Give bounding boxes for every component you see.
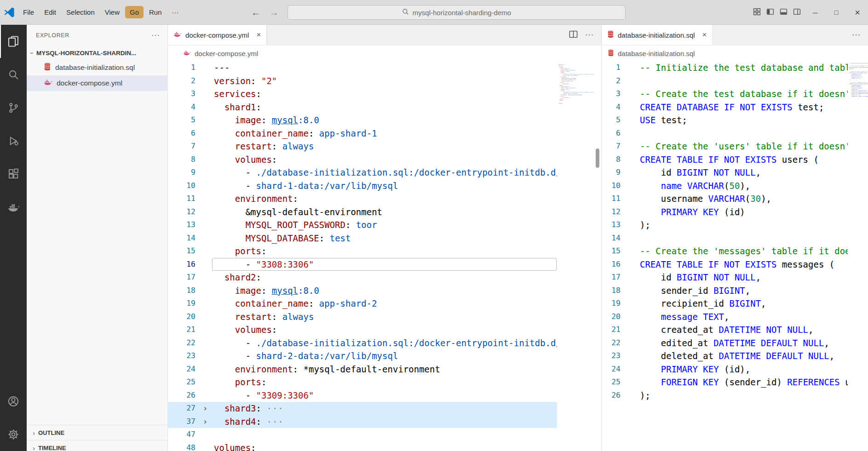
- line-number[interactable]: 3: [602, 87, 629, 101]
- code-line[interactable]: 23 deleted_at DATETIME DEFAULT NULL,: [602, 349, 848, 363]
- menu-go[interactable]: Go: [125, 6, 144, 18]
- tab-docker-compose-yml[interactable]: docker-compose.yml ×: [168, 25, 267, 45]
- tab-database-initialization-sql[interactable]: database-initialization.sql ×: [602, 25, 713, 45]
- line-number[interactable]: 48: [168, 441, 212, 451]
- code-line[interactable]: 2version: "2": [168, 74, 557, 88]
- code-line[interactable]: 1---: [168, 61, 557, 74]
- tab-close-icon[interactable]: ×: [702, 30, 707, 40]
- forward-arrow-icon[interactable]: →: [270, 7, 279, 18]
- code-line[interactable]: 37› shard4: ···: [168, 415, 557, 428]
- command-center-search[interactable]: mysql-horizontal-sharding-demo: [287, 5, 626, 20]
- line-number[interactable]: 15: [602, 245, 629, 258]
- code-line[interactable]: 5USE test;: [602, 114, 848, 127]
- line-number[interactable]: 23: [602, 349, 629, 363]
- accounts-icon[interactable]: [0, 385, 27, 418]
- code-line[interactable]: 7 restart: always: [168, 140, 557, 153]
- line-number[interactable]: 3: [168, 87, 212, 101]
- menu-run[interactable]: Run: [144, 6, 167, 18]
- line-number[interactable]: 20: [602, 310, 629, 324]
- window-close-button[interactable]: ×: [847, 0, 868, 25]
- code-line[interactable]: 21 created_at DATETIME NOT NULL,: [602, 323, 848, 337]
- tab-close-icon[interactable]: ×: [256, 30, 261, 40]
- more-actions-icon[interactable]: ···: [852, 31, 861, 39]
- line-number[interactable]: 8: [168, 153, 212, 166]
- code-line[interactable]: 26 - "3309:3306": [168, 389, 557, 402]
- line-number[interactable]: 16: [602, 258, 629, 271]
- code-line[interactable]: 9 - ./database-initialization.sql:/docke…: [168, 166, 557, 179]
- code-editor[interactable]: 1---2version: "2"3services:4 shard1:5 im…: [168, 61, 557, 451]
- code-line[interactable]: 15-- Create the 'messages' table if it d…: [602, 245, 848, 258]
- scrollbar-thumb[interactable]: [596, 148, 599, 168]
- code-line[interactable]: 20 restart: always: [168, 310, 557, 324]
- line-number[interactable]: 25: [168, 376, 212, 389]
- menu-edit[interactable]: Edit: [40, 6, 61, 18]
- code-line[interactable]: 19 container_name: app-shard-2: [168, 297, 557, 310]
- back-arrow-icon[interactable]: ←: [251, 7, 260, 18]
- extensions-icon[interactable]: [0, 157, 27, 190]
- line-number[interactable]: 14: [602, 232, 629, 245]
- code-line[interactable]: 16 - "3308:3306": [168, 258, 557, 271]
- line-number[interactable]: 12: [602, 206, 629, 219]
- line-number[interactable]: 25: [602, 376, 629, 389]
- code-line[interactable]: 10 - shard-1-data:/var/lib/mysql: [168, 179, 557, 193]
- line-number[interactable]: 13: [168, 218, 212, 232]
- line-number[interactable]: 23: [168, 349, 212, 363]
- line-number[interactable]: 22: [168, 337, 212, 350]
- code-line[interactable]: 15 ports:: [168, 245, 557, 258]
- timeline-section-header[interactable]: › TIMELINE: [27, 440, 167, 451]
- minimap[interactable]: -- Initialize the test database and tabl…: [848, 61, 868, 451]
- line-number[interactable]: 11: [168, 192, 212, 206]
- line-number[interactable]: 6: [602, 127, 629, 140]
- file-item-database-initialization-sql[interactable]: database-initialization.sql: [27, 60, 167, 75]
- line-number[interactable]: 24: [168, 363, 212, 376]
- line-number[interactable]: 15: [168, 245, 212, 258]
- line-number[interactable]: 18: [168, 284, 212, 297]
- breadcrumb-item[interactable]: docker-compose.yml: [195, 50, 258, 57]
- code-line[interactable]: 8 volumes:: [168, 153, 557, 166]
- code-line[interactable]: 18 sender_id BIGINT,: [602, 284, 848, 297]
- code-line[interactable]: 3services:: [168, 87, 557, 101]
- docker-activity-icon[interactable]: [0, 190, 27, 223]
- line-number[interactable]: 1: [168, 61, 212, 74]
- line-number[interactable]: 13: [602, 218, 629, 232]
- line-number[interactable]: 7: [168, 140, 212, 153]
- fold-chevron-icon[interactable]: ›: [203, 415, 207, 428]
- line-number[interactable]: 26: [168, 389, 212, 402]
- code-line[interactable]: 22 - ./database-initialization.sql:/dock…: [168, 337, 557, 350]
- search-sidebar-icon[interactable]: [0, 58, 27, 91]
- code-line[interactable]: 25 ports:: [168, 376, 557, 389]
- line-number[interactable]: 8: [602, 153, 629, 166]
- menu-overflow[interactable]: ···: [167, 6, 184, 18]
- maximize-button[interactable]: □: [826, 0, 847, 25]
- code-line[interactable]: 25 FOREIGN KEY (sender_id) REFERENCES us…: [602, 376, 848, 389]
- code-line[interactable]: 13);: [602, 218, 848, 232]
- menu-view[interactable]: View: [100, 6, 124, 18]
- line-number[interactable]: 14: [168, 232, 212, 245]
- line-number[interactable]: 20: [168, 310, 212, 324]
- outline-section-header[interactable]: › OUTLINE: [27, 425, 167, 440]
- code-line[interactable]: 22 edited_at DATETIME DEFAULT NULL,: [602, 337, 848, 350]
- line-number[interactable]: 18: [602, 284, 629, 297]
- line-number[interactable]: 7: [602, 140, 629, 153]
- code-line[interactable]: 24 PRIMARY KEY (id),: [602, 363, 848, 376]
- code-line[interactable]: 2: [602, 74, 848, 88]
- settings-gear-icon[interactable]: [0, 418, 27, 451]
- toggle-panel-icon[interactable]: [780, 8, 788, 17]
- split-editor-icon[interactable]: [569, 30, 578, 40]
- code-line[interactable]: 7-- Create the 'users' table if it doesn…: [602, 140, 848, 153]
- line-number[interactable]: 19: [602, 297, 629, 310]
- code-line[interactable]: 12 PRIMARY KEY (id): [602, 206, 848, 219]
- line-number[interactable]: 47: [168, 428, 212, 441]
- file-item-docker-compose-yml[interactable]: docker-compose.yml: [27, 75, 167, 91]
- code-editor[interactable]: 1-- Initialize the test database and tab…: [602, 61, 848, 451]
- menu-file[interactable]: File: [18, 6, 39, 18]
- code-line[interactable]: 9 id BIGINT NOT NULL,: [602, 166, 848, 179]
- line-number[interactable]: 9: [168, 166, 212, 179]
- line-number[interactable]: 4: [602, 101, 629, 114]
- code-line[interactable]: 14 MYSQL_DATABASE: test: [168, 232, 557, 245]
- code-line[interactable]: 1-- Initialize the test database and tab…: [602, 61, 848, 74]
- minimize-button[interactable]: ─: [805, 0, 826, 25]
- code-line[interactable]: 47: [168, 428, 557, 441]
- source-control-icon[interactable]: [0, 91, 27, 124]
- code-line[interactable]: 18 image: mysql:8.0: [168, 284, 557, 297]
